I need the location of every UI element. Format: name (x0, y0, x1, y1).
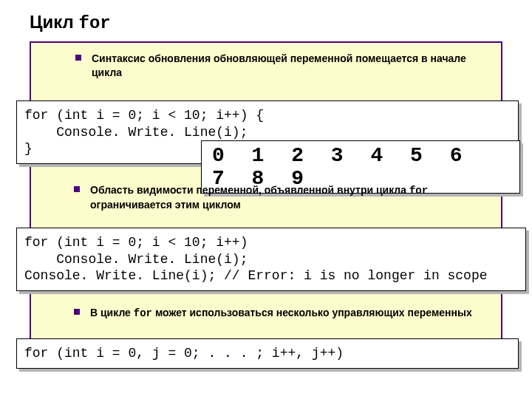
bullet-square-icon (75, 55, 81, 61)
bullet-3-text: В цикле for может использоваться несколь… (90, 306, 472, 321)
bullet-2-text: Область видимости переменной, объявленно… (90, 183, 488, 212)
bullet-1-text: Синтаксис обновления обновляющей перемен… (92, 52, 486, 80)
code-block-3: for (int i = 0, j = 0; . . . ; i++, j++) (16, 338, 519, 369)
bullet-2-wrap: Область видимости переменной, объявленно… (30, 174, 502, 216)
title-for: for (79, 13, 111, 33)
bullet-3-wrap: В цикле for может использоваться несколь… (30, 297, 502, 325)
bullet-2: Область видимости переменной, объявленно… (30, 174, 502, 216)
title-text: Цикл (30, 12, 79, 32)
bullet-3: В цикле for может использоваться несколь… (30, 297, 502, 325)
code-block-2: for (int i = 0; i < 10; i++) Console. Wr… (16, 228, 526, 291)
slide-title: Цикл for (0, 0, 532, 33)
bullet-1: Синтаксис обновления обновляющей перемен… (31, 43, 501, 84)
bullet-square-icon (74, 186, 80, 192)
bullet-square-icon (74, 309, 80, 315)
